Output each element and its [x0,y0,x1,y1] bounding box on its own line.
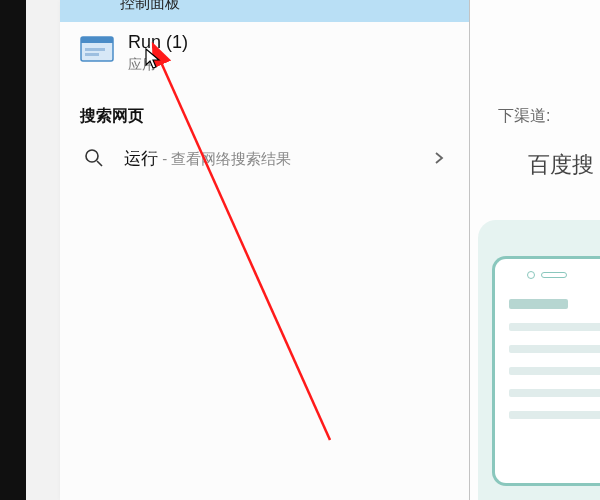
web-query-text: 运行 [124,149,158,168]
channel-label: 下渠道: [498,106,550,127]
web-section-header: 搜索网页 [60,82,469,137]
service-title: 百度搜 [528,150,594,180]
web-search-result[interactable]: 运行 - 查看网络搜索结果 [60,137,469,180]
run-dialog-icon [80,32,114,66]
svg-rect-1 [81,37,113,43]
taskbar-icon-partial[interactable] [0,0,26,10]
web-suffix-text: - 查看网络搜索结果 [158,150,291,167]
search-icon [80,148,108,168]
taskbar-left-strip [0,0,26,500]
app-result-run[interactable]: Run (1) 应用 [60,22,469,82]
phone-illustration [478,220,600,500]
svg-rect-3 [85,53,99,56]
highlighted-result-control-panel[interactable]: 控制面板 [60,0,469,22]
app-result-subtitle: 应用 [128,56,188,74]
svg-point-4 [86,150,98,162]
app-result-title: Run (1) [128,32,188,54]
svg-line-5 [97,161,102,166]
svg-rect-2 [85,48,105,51]
highlighted-result-label: 控制面板 [120,0,180,13]
chevron-right-icon [429,148,449,168]
search-results-panel: 控制面板 Run (1) 应用 搜索网页 运行 - 查看网络搜索结果 [60,0,470,500]
